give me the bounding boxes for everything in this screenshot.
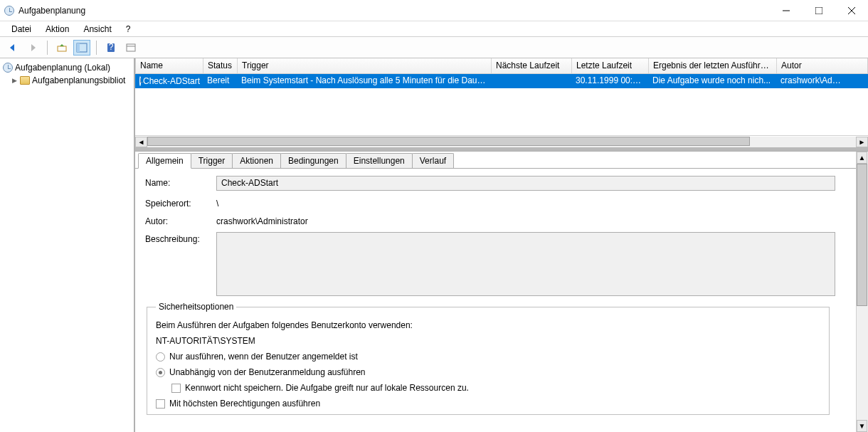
clock-icon bbox=[3, 63, 13, 73]
main-panel: Name Status Trigger Nächste Laufzeit Let… bbox=[135, 58, 868, 432]
scroll-down-icon[interactable]: ▼ bbox=[857, 420, 867, 432]
task-row[interactable]: Check-ADStart Bereit Beim Systemstart - … bbox=[135, 74, 868, 88]
detail-pane: Allgemein Trigger Aktionen Bedingungen E… bbox=[135, 151, 868, 432]
show-action-pane-button[interactable] bbox=[73, 40, 90, 56]
menu-datei[interactable]: Datei bbox=[6, 23, 37, 36]
help-button[interactable]: ? bbox=[102, 40, 120, 56]
value-author: crashwork\Administrator bbox=[216, 214, 846, 226]
chevron-right-icon: ▶ bbox=[11, 78, 18, 84]
window-title: Aufgabenplanung bbox=[18, 6, 85, 16]
tab-trigger[interactable]: Trigger bbox=[191, 153, 233, 168]
label-highest: Mit höchsten Berechtigungen ausführen bbox=[169, 399, 320, 409]
security-options-group: Sicherheitsoptionen Beim Ausführen der A… bbox=[147, 302, 830, 415]
detail-vscrollbar[interactable]: ▲ ▼ bbox=[856, 152, 868, 432]
tab-allgemein[interactable]: Allgemein bbox=[138, 153, 191, 169]
task-list: Name Status Trigger Nächste Laufzeit Let… bbox=[135, 58, 868, 151]
col-trigger[interactable]: Trigger bbox=[238, 58, 492, 73]
svg-text:?: ? bbox=[109, 43, 114, 52]
tab-content-allgemein: Name: Check-ADStart Speicherort: \ Autor… bbox=[135, 169, 856, 422]
task-next bbox=[491, 74, 571, 88]
task-icon bbox=[139, 76, 141, 86]
col-next[interactable]: Nächste Laufzeit bbox=[492, 58, 572, 73]
tab-verlauf[interactable]: Verlauf bbox=[412, 153, 454, 168]
col-result[interactable]: Ergebnis der letzten Ausführung bbox=[649, 58, 777, 73]
tree-root[interactable]: Aufgabenplanung (Lokal) bbox=[0, 61, 134, 74]
label-name: Name: bbox=[145, 176, 216, 191]
security-account: NT-AUTORITÄT\SYSTEM bbox=[156, 336, 255, 346]
svg-rect-9 bbox=[127, 44, 135, 51]
up-button[interactable] bbox=[53, 40, 70, 56]
detail-tabs: Allgemein Trigger Aktionen Bedingungen E… bbox=[135, 153, 856, 169]
label-anytime: Unabhängig von der Benutzeranmeldung aus… bbox=[169, 367, 366, 377]
task-author: crashwork\Adminis bbox=[776, 74, 852, 88]
security-legend: Sicherheitsoptionen bbox=[156, 302, 236, 312]
titlebar: Aufgabenplanung bbox=[0, 0, 868, 21]
scroll-up-icon[interactable]: ▲ bbox=[857, 152, 867, 164]
tree-root-label: Aufgabenplanung (Lokal) bbox=[15, 63, 110, 73]
label-logged-on: Nur ausführen, wenn der Benutzer angemel… bbox=[169, 352, 358, 362]
label-nopass: Kennwort nicht speichern. Die Aufgabe gr… bbox=[185, 383, 469, 393]
menu-aktion[interactable]: Aktion bbox=[40, 23, 75, 36]
radio-logged-on[interactable] bbox=[156, 352, 165, 362]
security-runas-label: Beim Ausführen der Aufgaben folgendes Be… bbox=[156, 320, 413, 330]
body: Aufgabenplanung (Lokal) ▶ Aufgabenplanun… bbox=[0, 58, 868, 432]
folder-icon bbox=[20, 76, 30, 85]
checkbox-nopass[interactable] bbox=[171, 384, 181, 393]
tab-einstellungen[interactable]: Einstellungen bbox=[346, 153, 413, 168]
svg-rect-1 bbox=[815, 7, 822, 14]
col-last[interactable]: Letzte Laufzeit bbox=[572, 58, 649, 73]
tab-bedingungen[interactable]: Bedingungen bbox=[280, 153, 346, 168]
task-header-row: Name Status Trigger Nächste Laufzeit Let… bbox=[135, 58, 868, 74]
task-result: Die Aufgabe wurde noch nich... bbox=[648, 74, 776, 88]
maximize-button[interactable] bbox=[803, 0, 835, 21]
scroll-right-icon[interactable]: ► bbox=[856, 137, 868, 147]
label-location: Speicherort: bbox=[145, 196, 216, 209]
menu-help[interactable]: ? bbox=[120, 23, 137, 36]
task-hscrollbar[interactable]: ◄ ► bbox=[135, 135, 868, 147]
minimize-button[interactable] bbox=[770, 0, 803, 21]
radio-anytime[interactable] bbox=[156, 368, 165, 377]
back-button[interactable] bbox=[4, 40, 21, 56]
label-description: Beschreibung: bbox=[145, 232, 216, 296]
svg-rect-4 bbox=[58, 46, 66, 51]
scroll-left-icon[interactable]: ◄ bbox=[135, 137, 147, 147]
field-description bbox=[216, 232, 835, 296]
tab-aktionen[interactable]: Aktionen bbox=[232, 153, 281, 168]
app-icon bbox=[4, 6, 14, 16]
svg-rect-6 bbox=[77, 43, 80, 52]
tree-library-label: Aufgabenplanungsbibliot bbox=[32, 75, 125, 85]
col-author[interactable]: Autor bbox=[777, 58, 852, 73]
task-last: 30.11.1999 00:00:00 bbox=[571, 74, 648, 88]
forward-button[interactable] bbox=[24, 40, 41, 56]
menu-ansicht[interactable]: Ansicht bbox=[78, 23, 117, 36]
vscroll-thumb[interactable] bbox=[857, 164, 867, 306]
value-location: \ bbox=[216, 196, 846, 209]
sidebar-tree: Aufgabenplanung (Lokal) ▶ Aufgabenplanun… bbox=[0, 58, 135, 432]
task-status: Bereit bbox=[203, 74, 237, 88]
col-name[interactable]: Name bbox=[136, 58, 203, 73]
close-button[interactable] bbox=[835, 0, 868, 21]
task-trigger: Beim Systemstart - Nach Auslösung alle 5… bbox=[237, 74, 491, 88]
label-author: Autor: bbox=[145, 214, 216, 226]
task-name: Check-ADStart bbox=[143, 76, 200, 86]
checkbox-highest[interactable] bbox=[156, 399, 165, 409]
col-status[interactable]: Status bbox=[203, 58, 238, 73]
menubar: Datei Aktion Ansicht ? bbox=[0, 21, 868, 37]
tree-library[interactable]: ▶ Aufgabenplanungsbibliot bbox=[0, 74, 134, 87]
field-name: Check-ADStart bbox=[216, 176, 835, 191]
properties-button[interactable] bbox=[122, 40, 139, 56]
scroll-thumb[interactable] bbox=[147, 137, 750, 146]
toolbar: ? bbox=[0, 37, 868, 58]
